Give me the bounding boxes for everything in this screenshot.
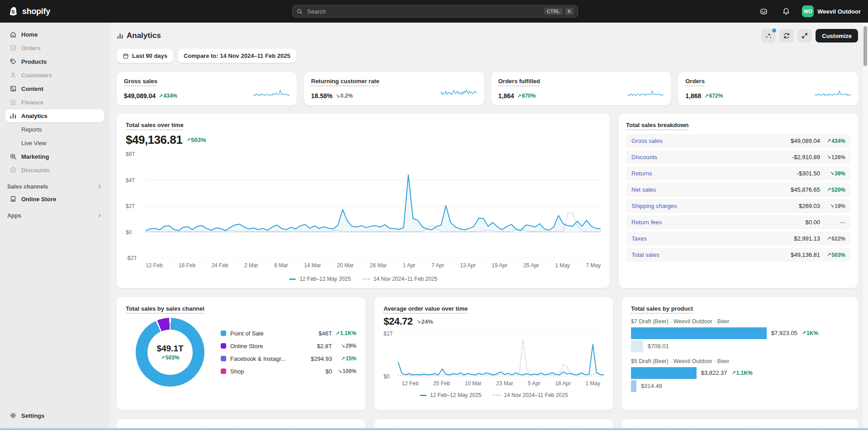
sparkles-icon (765, 32, 772, 39)
breakdown-row: Total sales$49,136.81↗503% (626, 248, 851, 262)
metric-value-row: 18.58%↘0.2% (311, 92, 441, 99)
store-name: Weevil Outdoor (817, 8, 861, 15)
trend-arrow-icon: ↗ (827, 252, 831, 258)
x-tick-label: 23 Mar (496, 380, 513, 387)
apps-section-header[interactable]: Apps (7, 213, 102, 219)
metric-card-gross-sales: Gross sales$49,089.04↗434% (117, 72, 297, 105)
scrollbar-thumb[interactable] (863, 26, 867, 66)
breakdown-delta: ↗520% (820, 187, 845, 193)
sales-channels-section-header[interactable]: Sales channels (7, 184, 102, 190)
expand-arrows-icon (801, 32, 808, 39)
breakdown-metric-link[interactable]: Net sales (631, 186, 656, 193)
delta-value: 434% (163, 93, 177, 99)
metric-title[interactable]: Returning customer rate (311, 78, 441, 85)
delta-value: 520% (831, 187, 845, 193)
metric-title[interactable]: Gross sales (124, 78, 253, 85)
x-tick-label: 7 May (586, 262, 601, 269)
breakdown-value: $49,089.04 (791, 137, 820, 144)
finance-icon (9, 99, 17, 106)
channel-legend: Point of Sale$46T↗1.1K%Online Store$2.8T… (221, 330, 356, 375)
customize-button[interactable]: Customize (816, 29, 858, 43)
search-input[interactable] (306, 8, 542, 15)
sidebar-item-analytics[interactable]: Analytics (5, 109, 104, 122)
breakdown-metric-link[interactable]: Returns (631, 170, 652, 177)
channel-value: $0 (326, 368, 332, 375)
channel-legend-item: Online Store$2.8T↘29% (221, 343, 356, 350)
breakdown-row: Discounts-$2,910.89↘126% (626, 150, 851, 164)
delta-value: 670% (522, 93, 536, 99)
breakdown-value: $49,136.81 (791, 251, 820, 258)
sidebar-item-reports[interactable]: Reports (5, 123, 104, 136)
chevron-right-icon (97, 184, 102, 189)
sales-by-channel-title[interactable]: Total sales by sales channel (126, 305, 204, 312)
metric-title[interactable]: Orders (685, 78, 815, 85)
sidebar-item-label: Customers (21, 72, 52, 79)
delta-value: 672% (709, 93, 723, 99)
breakdown-row: Returns-$301.50↘39% (626, 166, 851, 180)
breakdown-metric-link[interactable]: Shipping charges (631, 203, 677, 209)
sidebar-item-online-store[interactable]: Online Store (5, 193, 104, 205)
refresh-data-button[interactable] (779, 29, 794, 43)
orders-icon (9, 44, 17, 52)
sales-by-channel-card: Total sales by sales channel $49.1T ↗503… (117, 297, 365, 410)
sales-channels-label: Sales channels (7, 184, 48, 190)
sidebar-item-discounts[interactable]: Discounts (5, 164, 104, 176)
product-current-row: $7,923.05↗1K% (631, 327, 849, 339)
store-account-menu[interactable]: WO Weevil Outdoor (802, 5, 861, 17)
delta-badge: ↗1.1K% (336, 330, 356, 336)
delta-badge: ↘0.2% (336, 93, 353, 99)
aov-title[interactable]: Average order value over time (384, 305, 468, 312)
sidebar-item-orders[interactable]: Orders (5, 42, 104, 54)
bottom-edge (0, 428, 868, 430)
sidebar-item-content[interactable]: Content (5, 82, 104, 95)
x-tick-label: 1 May (585, 380, 600, 387)
fullscreen-expand-button[interactable] (797, 29, 812, 43)
total-sales-chart-title[interactable]: Total sales over time (126, 122, 184, 128)
product-group: $7 Draft (Beer) · Weevil Outdoor · Beer$… (631, 318, 849, 352)
delta-badge: ↗503% (186, 137, 206, 143)
sales-by-product-title[interactable]: Total sales by product (631, 305, 693, 312)
breakdown-delta: — (820, 220, 845, 225)
delta-value: 0.2% (340, 93, 352, 99)
sidebar-item-label: Content (21, 85, 43, 92)
trend-arrow-icon: — (840, 220, 845, 225)
delta-badge: ↗672% (704, 93, 723, 99)
sidebar-item-settings[interactable]: Settings (5, 409, 104, 422)
compare-range-button[interactable]: Compare to: 14 Nov 2024–11 Feb 2025 (178, 49, 296, 63)
global-search[interactable]: CTRL K (292, 5, 578, 18)
shopify-logo[interactable]: S shopify (7, 5, 50, 17)
breakdown-metric-link[interactable]: Total sales (631, 251, 659, 258)
sidebar-item-marketing[interactable]: Marketing (5, 150, 104, 163)
date-range-button[interactable]: Last 90 days (117, 49, 173, 63)
x-tick-label: 26 Mar (370, 262, 387, 269)
product-value: $3,822.37 (701, 369, 727, 376)
sidekick-assistant-button[interactable] (757, 5, 770, 18)
notification-dot (771, 28, 777, 33)
x-tick-label: 14 Mar (304, 262, 321, 269)
trend-arrow-icon: ↘ (341, 343, 345, 349)
x-tick-label: 19 Apr (492, 262, 508, 269)
sales-by-product-card: Total sales by product $7 Draft (Beer) ·… (622, 297, 858, 410)
delta-value: 15% (346, 355, 356, 362)
breakdown-title[interactable]: Total sales breakdown (626, 122, 688, 128)
breakdown-metric-link[interactable]: Gross sales (631, 137, 663, 144)
metric-sparkline (253, 86, 289, 99)
breakdown-metric-link[interactable]: Return fees (631, 219, 662, 226)
y-axis-labels: $1T$0 (384, 334, 398, 377)
delta-value: 24% (422, 318, 433, 325)
date-range-label: Last 90 days (132, 52, 167, 59)
sidebar-item-home[interactable]: Home (5, 28, 104, 41)
sidebar-item-label: Orders (21, 45, 41, 52)
solid-line-swatch (289, 279, 296, 280)
breakdown-metric-link[interactable]: Taxes (631, 235, 647, 242)
sidebar-item-live-view[interactable]: Live View (5, 137, 104, 149)
notifications-button[interactable] (779, 5, 793, 18)
delta-value: 503% (191, 137, 206, 143)
breakdown-metric-link[interactable]: Discounts (631, 154, 657, 161)
sidebar-item-finance[interactable]: Finance (5, 96, 104, 109)
insights-magic-button[interactable] (761, 29, 776, 43)
chart-legend: 12 Feb–12 May 202514 Nov 2024–11 Feb 202… (126, 276, 601, 282)
sidebar-item-customers[interactable]: Customers (5, 69, 104, 81)
sidebar-item-products[interactable]: Products (5, 55, 104, 68)
metric-title[interactable]: Orders fulfilled (498, 78, 628, 85)
